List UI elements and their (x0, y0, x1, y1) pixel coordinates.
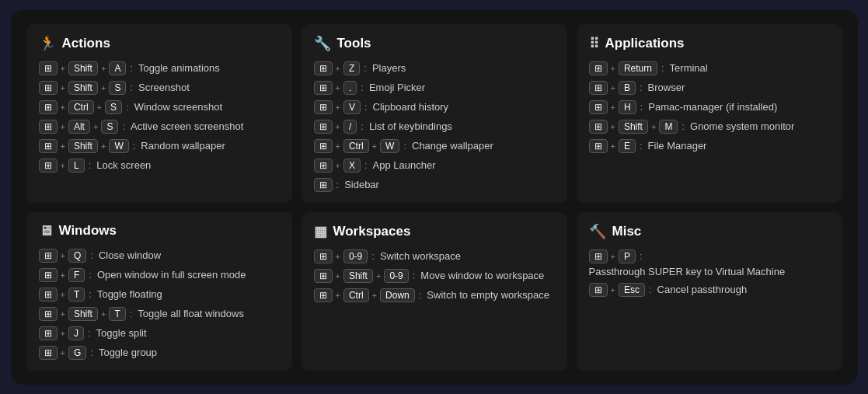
key-badge: Return (619, 61, 657, 75)
keybind-row: ⊞+Shift+T:Toggle all float windows (39, 307, 280, 321)
key-badge: X (343, 159, 361, 173)
keybind-colon: : (88, 327, 91, 339)
actions-title-text: Actions (62, 36, 110, 51)
keybind-label: Toggle split (96, 327, 147, 339)
key-badge: ⊞ (39, 61, 58, 75)
key-separator: + (61, 103, 65, 112)
tools-icon: 🔧 (314, 35, 331, 52)
key-separator: + (93, 122, 98, 131)
misc-icon: 🔨 (589, 223, 606, 240)
keybind-colon: : (640, 250, 643, 262)
keybind-colon: : (89, 288, 92, 300)
key-badge: Shift (68, 81, 98, 95)
keybind-colon: : (361, 82, 364, 93)
keybind-colon: : (90, 249, 93, 261)
key-badge: T (109, 307, 125, 321)
keybind-label: Passthrough SUPER key to Virtual Machine (589, 266, 786, 277)
keybind-row: ⊞+L:Lock screen (39, 159, 280, 173)
key-separator: + (61, 83, 65, 92)
keybind-row: ⊞+Shift+W:Random wallpaper (39, 139, 280, 153)
section-title-misc: 🔨Misc (589, 223, 830, 240)
keybind-row: ⊞+F:Open window in full screen mode (39, 268, 280, 282)
keybind-colon: : (89, 159, 92, 171)
key-badge: ⊞ (314, 178, 333, 192)
keybind-label: Screenshot (138, 82, 190, 93)
keybind-label: File Manager (648, 140, 707, 152)
key-separator: + (61, 270, 65, 280)
keybind-row: ⊞+Return:Terminal (589, 61, 830, 75)
key-badge: ⊞ (589, 139, 608, 153)
keybind-label: Toggle floating (97, 288, 162, 300)
key-separator: + (61, 122, 65, 131)
workspaces-icon: ▦ (314, 223, 327, 240)
key-badge: ⊞ (314, 81, 333, 95)
key-badge: ⊞ (39, 307, 58, 321)
key-badge: 0-9 (384, 269, 408, 283)
key-separator: + (651, 122, 656, 131)
section-title-windows: 🖥Windows (39, 223, 280, 239)
key-separator: + (336, 252, 340, 261)
keybind-label: Sidebar (344, 179, 379, 190)
key-badge: ⊞ (314, 61, 333, 75)
keybind-colon: : (403, 140, 406, 152)
key-separator: + (101, 83, 106, 92)
section-title-applications: ⠿Applications (589, 35, 830, 52)
key-separator: + (61, 64, 65, 73)
section-applications: ⠿Applications⊞+Return:Terminal⊞+B:Browse… (577, 24, 842, 203)
key-badge: T (68, 288, 85, 302)
key-separator: + (61, 329, 65, 338)
key-separator: + (372, 291, 377, 300)
key-separator: + (336, 83, 340, 92)
key-badge: Shift (343, 269, 373, 283)
keybind-row: ⊞+J:Toggle split (39, 326, 280, 340)
key-badge: . (343, 81, 357, 95)
keybind-label: Toggle animations (138, 62, 220, 74)
key-separator: + (61, 348, 65, 357)
actions-icon: 🏃 (39, 35, 56, 52)
key-badge: ⊞ (314, 120, 333, 134)
windows-icon: 🖥 (39, 223, 53, 239)
key-separator: + (336, 141, 340, 151)
key-badge: ⊞ (39, 346, 58, 360)
key-badge: Z (343, 61, 360, 75)
keybind-colon: : (122, 120, 125, 132)
keybind-colon: : (130, 308, 133, 319)
key-badge: ⊞ (589, 120, 608, 134)
keybind-colon: : (419, 289, 422, 301)
keybind-label: Open window in full screen mode (97, 269, 246, 281)
keybind-colon: : (126, 101, 129, 113)
key-separator: + (336, 271, 340, 281)
tools-title-text: Tools (337, 36, 371, 51)
key-separator: + (611, 141, 615, 151)
key-badge: Down (380, 288, 415, 302)
keybind-colon: : (640, 140, 643, 152)
key-separator: + (101, 141, 106, 151)
keybind-row: ⊞+Ctrl+W:Change wallpaper (314, 139, 555, 153)
key-badge: L (68, 159, 85, 173)
key-badge: ⊞ (39, 159, 58, 173)
key-badge: ⊞ (589, 249, 608, 263)
workspaces-title-text: Workspaces (333, 224, 411, 239)
key-badge: ⊞ (589, 100, 608, 114)
key-separator: + (611, 103, 615, 112)
keybind-row: ⊞+P:Passthrough SUPER key to Virtual Mac… (589, 249, 830, 277)
key-badge: B (619, 81, 636, 95)
key-separator: + (336, 103, 340, 112)
keybind-row: ⊞+X:App Launcher (314, 159, 555, 173)
keybind-row: ⊞+Shift+M:Gnome system monitor (589, 120, 830, 134)
keybind-label: Pamac-manager (if installed) (648, 101, 777, 113)
key-badge: ⊞ (39, 139, 58, 153)
keybind-row: ⊞+0-9:Switch workspace (314, 249, 555, 263)
keybind-row: ⊞+Shift+S:Screenshot (39, 81, 280, 95)
keybind-label: Switch workspace (380, 250, 461, 262)
keybindings-overlay: 🏃Actions⊞+Shift+A:Toggle animations⊞+Shi… (11, 10, 858, 385)
keybind-label: Toggle group (99, 347, 157, 358)
key-badge: ⊞ (589, 283, 608, 297)
keybind-colon: : (130, 82, 133, 93)
key-separator: + (101, 309, 106, 319)
key-separator: + (376, 271, 381, 281)
keybind-colon: : (682, 120, 685, 132)
key-badge: ⊞ (39, 100, 58, 114)
keybind-colon: : (371, 250, 375, 262)
key-badge: W (109, 139, 128, 153)
